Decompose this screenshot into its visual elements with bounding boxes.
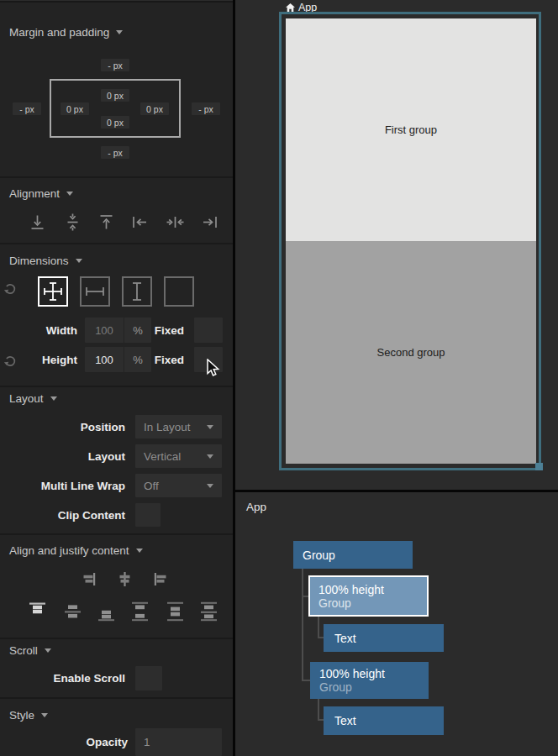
chevron-down-icon	[207, 454, 213, 459]
reset-dimensions-icon[interactable]	[3, 282, 16, 295]
padding-left-input[interactable]: 0 px	[61, 102, 89, 115]
section-title: Layout	[9, 392, 44, 405]
tree-node-100-height-group-2[interactable]: 100% height Group	[310, 662, 429, 699]
chevron-down-icon	[116, 30, 123, 34]
margin-left-input[interactable]: - px	[13, 102, 41, 115]
second-group[interactable]: Second group	[286, 241, 536, 464]
opacity-value: 1	[144, 736, 150, 748]
chevron-down-icon	[207, 484, 213, 488]
align-bottom-icon[interactable]	[29, 213, 46, 231]
section-title: Dimensions	[9, 255, 69, 267]
size-both-icon[interactable]	[38, 276, 68, 307]
section-divider	[0, 176, 233, 178]
tree-node-subtitle: Group	[319, 680, 429, 694]
clip-content-checkbox[interactable]	[135, 503, 161, 527]
chevron-down-icon	[207, 425, 213, 429]
chevron-down-icon	[41, 713, 48, 717]
section-header-margin-padding[interactable]: Margin and padding	[9, 26, 123, 39]
align-right-icon[interactable]	[201, 213, 218, 231]
tree-node-text-1[interactable]: Text	[324, 624, 444, 652]
multi-line-wrap-label: Multi Line Wrap	[17, 480, 125, 492]
tree-node-title: 100% height	[319, 667, 429, 680]
multi-line-wrap-value: Off	[144, 480, 159, 492]
margin-right-input[interactable]: - px	[192, 102, 220, 115]
tree-connector	[318, 617, 319, 638]
chevron-down-icon	[136, 549, 143, 553]
position-dropdown[interactable]: In Layout	[135, 415, 222, 438]
section-header-align-justify[interactable]: Align and justify content	[9, 544, 143, 557]
tree-node-text-2[interactable]: Text	[324, 706, 444, 735]
section-title: Margin and padding	[9, 26, 109, 39]
width-label: Width	[17, 324, 77, 337]
margin-bottom-input[interactable]: - px	[101, 146, 129, 159]
height-label: Height	[17, 354, 77, 366]
width-fixed-label: Fixed	[124, 324, 184, 337]
first-group[interactable]: First group	[286, 18, 536, 241]
tree-connector	[318, 699, 319, 720]
section-header-dimensions[interactable]: Dimensions	[9, 255, 82, 267]
panel-top-strip	[0, 0, 233, 3]
align-vertical-center-icon[interactable]	[64, 213, 82, 231]
chevron-down-icon	[66, 192, 73, 196]
align-horizontal-center-icon[interactable]	[166, 213, 184, 231]
layers-tree-panel: App Group 100% height Group Text 100% he…	[235, 492, 558, 756]
layout-dropdown[interactable]: Vertical	[135, 444, 222, 468]
multi-line-wrap-dropdown[interactable]: Off	[135, 474, 222, 497]
justify-space-between-icon[interactable]	[131, 601, 149, 622]
justify-center-icon[interactable]	[64, 601, 82, 622]
opacity-input[interactable]: 1	[135, 728, 222, 756]
canvas-viewport[interactable]: App First group Second group	[235, 0, 558, 490]
mouse-cursor	[207, 359, 220, 381]
section-header-alignment[interactable]: Alignment	[9, 187, 73, 200]
enable-scroll-label: Enable Scroll	[17, 672, 125, 685]
height-fixed-label: Fixed	[124, 354, 184, 366]
tree-node-label: Text	[334, 714, 444, 727]
app-frame[interactable]: First group Second group	[286, 18, 536, 464]
section-divider	[0, 697, 233, 699]
tree-connector	[302, 569, 303, 680]
size-none-icon[interactable]	[164, 276, 194, 307]
chevron-down-icon	[76, 259, 82, 263]
second-group-label: Second group	[377, 346, 445, 359]
tree-panel-title: App	[246, 501, 266, 513]
height-input[interactable]: 100	[85, 347, 124, 372]
padding-top-input[interactable]: 0 px	[101, 89, 129, 102]
tree-node-100-height-group-selected[interactable]: 100% height Group	[308, 575, 429, 617]
enable-scroll-checkbox[interactable]	[135, 666, 162, 690]
justify-space-evenly-icon[interactable]	[200, 601, 218, 622]
section-divider	[0, 638, 233, 639]
align-items-right-icon[interactable]	[82, 571, 97, 587]
padding-bottom-input[interactable]: 0 px	[101, 116, 129, 129]
align-top-icon[interactable]	[97, 213, 115, 231]
width-input[interactable]: 100	[85, 318, 124, 343]
position-label: Position	[17, 421, 125, 433]
tree-node-label: Text	[334, 632, 444, 645]
section-header-layout[interactable]: Layout	[9, 392, 57, 405]
properties-panel: Margin and padding - px 0 px 0 px 0 px 0…	[0, 0, 233, 756]
width-fixed-checkbox[interactable]	[194, 318, 223, 343]
tree-node-group[interactable]: Group	[293, 541, 413, 569]
margin-top-input[interactable]: - px	[101, 59, 129, 71]
size-width-icon[interactable]	[80, 276, 110, 307]
align-items-left-icon[interactable]	[152, 571, 168, 587]
align-items-center-icon[interactable]	[117, 571, 133, 587]
padding-right-input[interactable]: 0 px	[140, 102, 169, 115]
resize-handle[interactable]	[535, 463, 543, 470]
section-divider	[0, 386, 233, 387]
chevron-down-icon	[45, 648, 51, 653]
section-divider	[0, 243, 233, 244]
section-title: Align and justify content	[9, 544, 129, 557]
tree-node-subtitle: Group	[318, 596, 427, 610]
size-height-icon[interactable]	[122, 276, 152, 307]
section-header-style[interactable]: Style	[9, 709, 48, 722]
align-left-icon[interactable]	[131, 213, 149, 231]
justify-end-icon[interactable]	[97, 601, 115, 622]
section-title: Style	[9, 709, 34, 722]
justify-space-around-icon[interactable]	[166, 601, 184, 622]
first-group-label: First group	[385, 123, 437, 136]
clip-content-label: Clip Content	[17, 509, 125, 522]
justify-start-icon[interactable]	[29, 601, 46, 622]
reset-height-icon[interactable]	[3, 354, 16, 367]
position-value: In Layout	[144, 421, 191, 433]
section-header-scroll[interactable]: Scroll	[9, 644, 51, 657]
